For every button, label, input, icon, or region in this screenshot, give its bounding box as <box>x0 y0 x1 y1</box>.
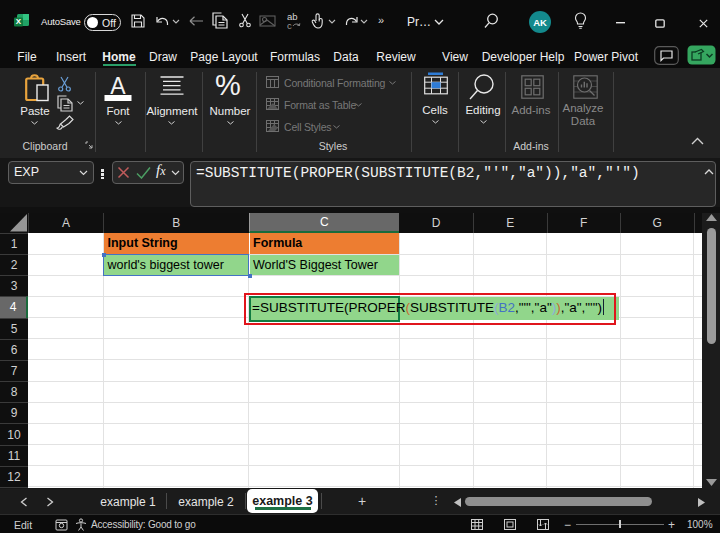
svg-text:X: X <box>16 17 22 26</box>
svg-text:c: c <box>287 20 292 30</box>
